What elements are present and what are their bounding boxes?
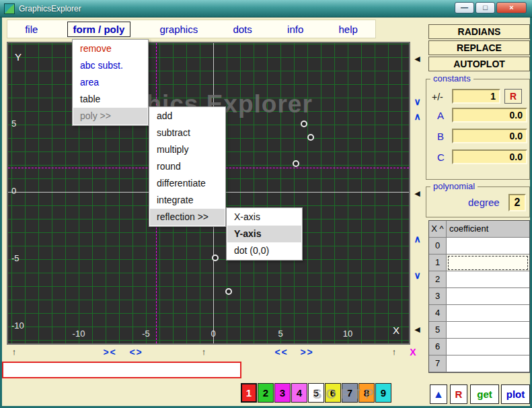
coefficient-cell[interactable] xyxy=(447,271,529,288)
sign-field[interactable]: 1 xyxy=(452,89,500,104)
menu-item-subtract[interactable]: subtract xyxy=(150,125,225,141)
degree-field[interactable]: 2 xyxy=(508,194,526,211)
plot-dot[interactable] xyxy=(293,160,299,167)
y-marker-bottom-icon[interactable]: ◀ xyxy=(411,323,424,335)
constant-label-b: B xyxy=(437,131,444,142)
x-close-button[interactable]: X xyxy=(408,345,418,359)
table-row: 1 xyxy=(429,254,529,271)
menubar-item-form-poly[interactable]: form / poly xyxy=(67,22,131,37)
digit-button-7[interactable]: 7 xyxy=(342,383,358,403)
replace-button[interactable]: REPLACE xyxy=(428,40,530,55)
x-marker-left-icon[interactable]: ↑ xyxy=(9,345,20,359)
menu-item-poly[interactable]: poly >> xyxy=(73,108,147,125)
plot-button[interactable]: plot xyxy=(501,384,530,404)
close-button[interactable]: × xyxy=(496,2,527,13)
menubar-item-graphics[interactable]: graphics xyxy=(153,22,204,37)
table-row: 5 xyxy=(429,322,529,339)
menu-item-x-axis[interactable]: X-axis xyxy=(227,209,301,226)
constant-field-b[interactable]: 0.0 xyxy=(452,129,527,143)
power-cell: 7 xyxy=(429,355,447,372)
x-zoom-in-button[interactable]: > < xyxy=(98,345,120,359)
digit-button-2[interactable]: 2 xyxy=(258,383,274,403)
digit-button-8[interactable]: 8 xyxy=(358,383,375,403)
coefficient-cell[interactable] xyxy=(447,254,529,271)
table-row: 6 xyxy=(429,339,529,355)
menu-item-y-axis[interactable]: Y-axis xyxy=(227,226,301,242)
menubar-item-dots[interactable]: dots xyxy=(227,22,258,37)
polynomial-group: polynomial degree 2 xyxy=(426,186,530,217)
digit-button-6[interactable]: 6 xyxy=(325,383,341,403)
coefficient-cell[interactable] xyxy=(447,339,529,355)
x-tick-label: 0 xyxy=(211,329,215,339)
table-row: 4 xyxy=(429,305,529,322)
plot-dot[interactable] xyxy=(301,121,307,127)
x-marker-middle-icon[interactable]: ↑ xyxy=(198,345,209,359)
maximize-button[interactable]: □ xyxy=(476,2,495,13)
table-header-row: X ^coefficient xyxy=(429,221,529,238)
x-pan-right-button[interactable]: > > xyxy=(295,345,317,359)
coefficient-cell[interactable] xyxy=(447,322,529,339)
plot-dot[interactable] xyxy=(212,254,219,261)
up-arrow-button[interactable]: ▲ xyxy=(430,384,447,404)
degree-label: degree xyxy=(468,197,500,208)
header-coefficient: coefficient xyxy=(447,221,529,238)
get-button[interactable]: get xyxy=(470,384,499,404)
menu-item-integrate[interactable]: integrate xyxy=(150,192,225,209)
menu-item-dot-0-0[interactable]: dot (0,0) xyxy=(227,242,301,259)
coefficient-cell[interactable] xyxy=(447,288,529,305)
power-cell: 4 xyxy=(429,305,447,322)
plot-dot[interactable] xyxy=(307,134,314,141)
formula-input[interactable] xyxy=(2,362,241,378)
menu-item-multiply[interactable]: multiply xyxy=(150,141,225,158)
constant-label-a: A xyxy=(437,110,444,121)
menu-item-reflection[interactable]: reflection >> xyxy=(150,209,225,226)
digit-button-4[interactable]: 4 xyxy=(291,383,307,403)
window-frame-left xyxy=(0,18,2,408)
power-cell: 3 xyxy=(429,288,447,305)
menu-item-round[interactable]: round xyxy=(150,158,225,175)
plot-dot[interactable] xyxy=(225,288,232,295)
header-x-power: X ^ xyxy=(429,221,447,238)
window-controls: — □ × xyxy=(455,2,527,13)
digit-button-9[interactable]: 9 xyxy=(375,383,391,403)
constant-field-c[interactable]: 0.0 xyxy=(452,149,527,164)
y-zoom-down-button[interactable]: ∨ xyxy=(411,269,424,281)
constants-group-label: constants xyxy=(430,74,473,83)
y-zoom-up-button[interactable]: ∧ xyxy=(411,233,424,245)
table-row: 2 xyxy=(429,271,529,288)
menu-item-abc-subst[interactable]: abc subst. xyxy=(73,57,147,74)
coefficient-cell[interactable] xyxy=(447,355,529,372)
menu-item-add[interactable]: add xyxy=(150,108,225,125)
menu-bar: fileform / polygraphicsdotsinfohelp xyxy=(7,20,376,38)
r-button[interactable]: R xyxy=(450,384,467,404)
menu-item-table[interactable]: table xyxy=(73,91,147,108)
x-tick-label: 5 xyxy=(278,329,282,339)
menu-item-remove[interactable]: remove xyxy=(73,40,147,57)
reflection-submenu: X-axisY-axisdot (0,0) xyxy=(226,207,303,261)
minimize-button[interactable]: — xyxy=(455,2,474,13)
digit-button-5[interactable]: 5 xyxy=(308,383,324,403)
digit-button-1[interactable]: 1 xyxy=(241,383,257,403)
digit-buttons-row: 123456789 xyxy=(241,383,391,403)
digit-button-3[interactable]: 3 xyxy=(274,383,291,403)
radians-button[interactable]: RADIANS xyxy=(428,24,530,39)
reset-r-button[interactable]: R xyxy=(504,89,522,104)
autoplot-button[interactable]: AUTOPLOT xyxy=(428,57,530,71)
polynomial-group-label: polynomial xyxy=(430,182,478,191)
constant-field-a[interactable]: 0.0 xyxy=(452,108,527,123)
menubar-item-file[interactable]: file xyxy=(19,22,44,37)
y-marker-top-icon[interactable]: ◀ xyxy=(411,53,424,65)
coefficient-cell[interactable] xyxy=(447,305,529,322)
y-pan-up-button[interactable]: ∧ xyxy=(411,110,424,123)
menubar-item-help[interactable]: help xyxy=(332,22,363,37)
coefficient-cell[interactable] xyxy=(447,238,529,254)
menu-item-differentiate[interactable]: differentiate xyxy=(150,175,225,192)
menubar-item-info[interactable]: info xyxy=(281,22,309,37)
x-marker-right-icon[interactable]: ↑ xyxy=(389,345,400,359)
x-zoom-out-button[interactable]: < > xyxy=(124,345,146,359)
x-pan-left-button[interactable]: < < xyxy=(270,345,291,359)
menu-item-area[interactable]: area xyxy=(73,74,147,91)
y-marker-middle-icon[interactable]: ◀ xyxy=(411,187,424,199)
horizontal-scroll-strip: ↑ > < < > ↑ < < > > ↑ X xyxy=(7,345,424,360)
y-pan-down-button[interactable]: ∨ xyxy=(411,96,424,108)
